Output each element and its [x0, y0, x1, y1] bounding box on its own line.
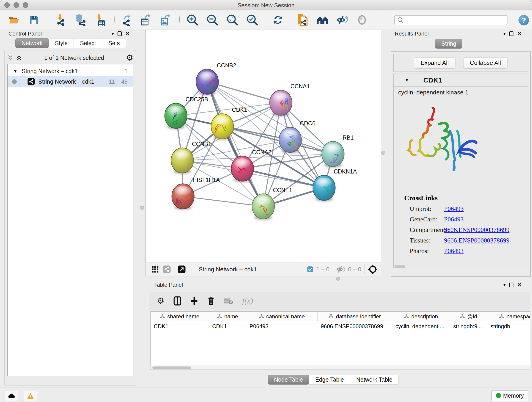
eye-slash-icon	[336, 15, 348, 25]
warning-status-button[interactable]	[24, 391, 37, 401]
selected-checkbox-icon[interactable]	[307, 266, 313, 273]
function-builder-icon[interactable]: f(x)	[242, 297, 253, 305]
crosslink-value-link[interactable]: 9606.ENSP00000378699	[444, 237, 509, 244]
birds-eye-crosshair-icon[interactable]	[368, 264, 378, 274]
table-cell[interactable]: P06493	[246, 321, 317, 332]
table-hscroll-thumb[interactable]	[152, 366, 191, 369]
gene-section-header[interactable]: ▼ CDK1	[394, 74, 528, 87]
right-splitter-handle[interactable]	[381, 151, 385, 155]
detach-view-icon[interactable]	[177, 265, 186, 274]
tree-expand-icon[interactable]: ▼	[13, 69, 18, 74]
save-session-button[interactable]	[28, 14, 40, 26]
zoom-out-button[interactable]	[206, 14, 219, 26]
zoom-in-button[interactable]	[186, 14, 199, 26]
table-cell[interactable]: CDK1	[209, 321, 246, 332]
memory-button[interactable]: Memory	[491, 390, 528, 401]
show-columns-icon[interactable]	[173, 296, 181, 306]
refresh-button[interactable]	[272, 14, 284, 26]
collapse-panel-icon[interactable]: ▾	[503, 283, 506, 287]
zoom-selected-button[interactable]	[246, 14, 259, 26]
crosslink-value-link[interactable]: P06493	[444, 205, 464, 212]
float-panel-icon[interactable]	[509, 283, 513, 287]
tab-network[interactable]: Network	[15, 38, 49, 48]
edge-CCNB2-CCNE1[interactable]	[207, 82, 263, 206]
collapse-panel-icon[interactable]: ▾	[112, 32, 114, 36]
tab-edge-table[interactable]: Edge Table	[309, 375, 350, 385]
share-view-icon[interactable]	[163, 265, 171, 274]
section-expand-icon[interactable]: ▼	[405, 77, 409, 83]
tab-network-table[interactable]: Network Table	[350, 375, 399, 385]
network-node-HIST1H1A[interactable]: HIST1H1A	[172, 177, 220, 210]
bottom-splitter-handle[interactable]	[336, 277, 340, 281]
network-collection-row[interactable]: ▼ String Network – cdk1 1	[7, 66, 133, 76]
show-panel-button[interactable]	[356, 14, 368, 26]
float-panel-icon[interactable]	[509, 32, 513, 36]
tab-sets[interactable]: Sets	[102, 38, 126, 48]
table-hscrollbar[interactable]	[150, 366, 530, 370]
zoom-fit-button[interactable]	[226, 14, 239, 26]
column-header-name[interactable]: name	[209, 312, 246, 321]
export-image-button[interactable]	[159, 14, 172, 26]
help-button[interactable]: ?	[519, 15, 529, 26]
toolbar-separator	[291, 13, 291, 27]
network-options-gear-icon[interactable]: ⚙	[126, 54, 133, 62]
close-panel-icon[interactable]: ✕	[125, 31, 130, 36]
network-node-CDKN1A[interactable]: CDKN1A	[313, 168, 357, 201]
crosslink-value-link[interactable]: 9606.ENSP00000378699	[444, 226, 509, 234]
collapse-all-button[interactable]: Collapse All	[463, 57, 508, 69]
export-network-button[interactable]	[120, 14, 132, 26]
table-cell[interactable]: cyclin–dependent ...	[392, 321, 450, 332]
expand-all-button[interactable]: Expand All	[414, 57, 456, 69]
node-label-CDC25B: CDC25B	[186, 96, 208, 102]
delete-column-icon[interactable]	[207, 296, 215, 306]
tab-node-table[interactable]: Node Table	[268, 375, 309, 385]
close-panel-icon[interactable]: ✕	[517, 31, 522, 36]
column-header-description[interactable]: description	[392, 312, 450, 321]
table-cell[interactable]: stringdb	[487, 321, 530, 332]
float-panel-icon[interactable]	[118, 32, 122, 36]
network-row[interactable]: String Network – cdk1 11 48	[7, 76, 133, 87]
expand-all-icon[interactable]	[16, 55, 22, 61]
tab-string[interactable]: String	[435, 39, 462, 49]
collapse-all-icon[interactable]	[7, 55, 14, 61]
left-splitter-handle[interactable]	[140, 206, 144, 210]
collapse-panel-icon[interactable]: ▾	[503, 32, 506, 36]
search-input[interactable]	[404, 17, 507, 24]
results-hscroll-thumb[interactable]	[394, 265, 405, 268]
tab-style[interactable]: Style	[49, 38, 74, 48]
edge-HIST1H1A-CCNE1[interactable]	[183, 196, 263, 206]
table-cell[interactable]: 9606.ENSP00000378699	[317, 321, 392, 332]
network-node-RB1[interactable]: RB1	[322, 134, 354, 167]
hidden-eye-icon[interactable]	[336, 265, 346, 273]
column-header-database-identifier[interactable]: database identifier	[317, 312, 392, 321]
crosslink-value-link[interactable]: P06493	[444, 216, 464, 223]
column-header-namespace[interactable]: namespace	[487, 312, 530, 321]
crosslink-value-link[interactable]: P06493	[444, 247, 464, 255]
open-session-button[interactable]	[8, 14, 20, 26]
table-cell[interactable]: CDK1	[151, 321, 209, 332]
table-row[interactable]: CDK1CDK1P064939606.ENSP00000378699cyclin…	[151, 321, 530, 332]
import-table-button[interactable]	[94, 14, 106, 26]
cloud-status-button[interactable]	[5, 391, 18, 401]
table-settings-gear-icon[interactable]: ⚙	[157, 297, 164, 305]
import-network-button[interactable]	[54, 14, 67, 26]
network-node-CCNE1[interactable]: CCNE1	[252, 187, 292, 220]
grid-view-icon[interactable]	[151, 265, 159, 273]
string-import-button[interactable]	[297, 14, 309, 26]
close-panel-icon[interactable]: ✕	[517, 282, 522, 288]
table-cell[interactable]: stringdb:9...	[450, 321, 487, 332]
hide-panel-button[interactable]	[336, 14, 348, 26]
column-header-canonical-name[interactable]: canonical name	[246, 312, 317, 321]
column-header-shared-name[interactable]: shared name	[151, 312, 209, 321]
export-table-button[interactable]	[139, 14, 152, 26]
column-header--id[interactable]: @id	[450, 312, 487, 321]
delete-table-icon[interactable]	[224, 297, 233, 305]
crosslinks-title: CrossLinks	[404, 194, 509, 202]
add-column-icon[interactable]	[190, 296, 198, 306]
tab-select[interactable]: Select	[74, 38, 102, 48]
import-network-from-database-button[interactable]	[74, 14, 86, 26]
network-view[interactable]: CCNB2CCNA1CDC25BCDK1CDC6RB1CCNB1CCNA2CDK…	[146, 30, 381, 262]
toolbar-separator	[174, 264, 174, 274]
houses-button[interactable]	[317, 14, 329, 26]
edge-CCNA2-CDKN1A[interactable]	[242, 169, 324, 188]
